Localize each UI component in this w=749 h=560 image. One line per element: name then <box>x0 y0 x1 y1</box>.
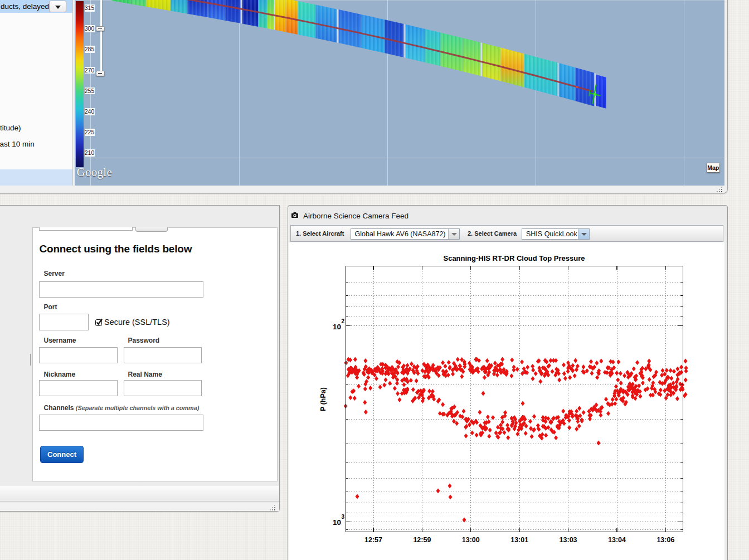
svg-text:Scanning-HIS RT-DR Cloud Top P: Scanning-HIS RT-DR Cloud Top Pressure <box>443 254 585 262</box>
svg-text:13:01: 13:01 <box>510 536 528 544</box>
svg-text:3: 3 <box>342 514 345 520</box>
svg-text:13:06: 13:06 <box>656 536 674 544</box>
svg-text:13:00: 13:00 <box>462 536 480 544</box>
svg-text:10: 10 <box>333 323 341 331</box>
svg-text:13:04: 13:04 <box>608 536 626 544</box>
svg-text:10: 10 <box>333 518 341 527</box>
svg-text:13:03: 13:03 <box>560 536 577 544</box>
svg-text:P (hPa): P (hPa) <box>319 387 327 411</box>
svg-text:12:57: 12:57 <box>364 536 382 544</box>
svg-text:2: 2 <box>342 318 345 324</box>
svg-text:12:59: 12:59 <box>413 536 431 544</box>
